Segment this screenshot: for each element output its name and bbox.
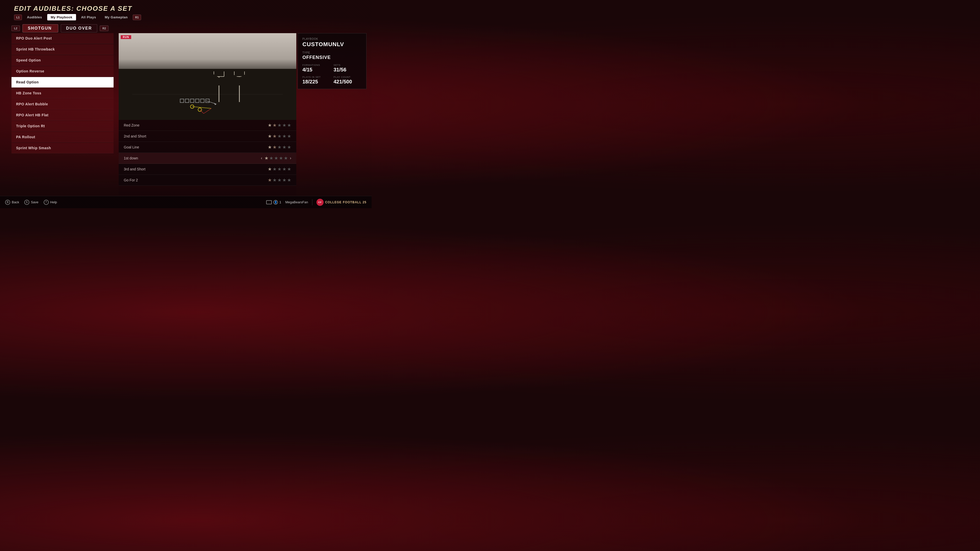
save-icon: S <box>24 200 29 205</box>
bottom-right-info: 👤 1 MegaBearsFan CF COLLEGE FOOTBALL 25 <box>266 199 366 206</box>
rating-row-redzone: Red Zone ★ ★ ★ ★ ★ <box>119 120 296 131</box>
play-item-6[interactable]: RPO Alert Bubble <box>11 99 114 110</box>
rating-row-gofor2: Go For 2 ★ ★ ★ ★ ★ <box>119 175 296 186</box>
ratings-section: Red Zone ★ ★ ★ ★ ★ 2nd and Short ★ ★ ★ ★ <box>119 120 296 186</box>
star-3: ★ <box>277 177 282 183</box>
user-icon: 👤 <box>273 200 278 205</box>
star-4: ★ <box>282 166 286 172</box>
set-name[interactable]: DUO OVER <box>61 24 97 32</box>
arrow-left-icon[interactable]: ‹ <box>261 156 262 160</box>
plays-value: 18/225 <box>302 79 331 85</box>
tab-my-playbook[interactable]: My Playbook <box>47 14 76 21</box>
star-2: ★ <box>272 144 277 150</box>
sets-stat: SETS 31/56 <box>334 64 362 73</box>
tab-trigger-l1: L1 <box>14 14 22 20</box>
screen-icon <box>266 200 272 204</box>
formations-label: FORMATIONS <box>302 64 331 66</box>
help-button[interactable]: ? Help <box>44 200 57 205</box>
play-item-3[interactable]: Option Reverse <box>11 66 114 76</box>
star-1: ★ <box>268 166 272 172</box>
game-logo: CF COLLEGE FOOTBALL 25 <box>317 199 366 206</box>
play-item-5[interactable]: HB Zone Toss <box>11 88 114 98</box>
star-1: ★ <box>268 144 272 150</box>
icon-group: 👤 1 <box>266 200 281 205</box>
rating-label-redzone: Red Zone <box>124 123 139 127</box>
formation-bar: L2 SHOTGUN DUO OVER R2 <box>11 24 108 32</box>
play-item-1[interactable]: Sprint HB Throwback <box>11 44 114 55</box>
rating-label-3rdshort: 3rd and Short <box>124 167 145 171</box>
star-1: ★ <box>268 177 272 183</box>
play-item-10[interactable]: Sprint Whip Smash <box>11 143 114 153</box>
count-value: 421/500 <box>334 79 362 85</box>
bottom-bar: B Back S Save ? Help 👤 1 MegaBearsFan CF… <box>0 196 372 208</box>
star-4: ★ <box>282 177 286 183</box>
help-icon: ? <box>44 200 49 205</box>
divider <box>312 199 312 205</box>
arrow-right-icon[interactable]: › <box>290 156 291 160</box>
formations-stat: FORMATIONS 4/15 <box>302 64 331 73</box>
star-3: ★ <box>277 144 282 150</box>
sets-value: 31/56 <box>334 67 362 73</box>
user-count: 1 <box>280 200 281 204</box>
play-item-9[interactable]: PA Rollout <box>11 132 114 142</box>
stars-1stdown: ‹ ★ ★ ★ ★ ★ › <box>261 156 291 161</box>
star-3: ★ <box>277 122 282 128</box>
play-item-7[interactable]: RPO Alert HB Flat <box>11 110 114 121</box>
info-grid: FORMATIONS 4/15 SETS 31/56 PLAYS IN SET … <box>302 64 362 85</box>
playbook-value: CUSTOMUNLV <box>302 41 362 48</box>
type-value: OFFENSIVE <box>302 55 362 60</box>
help-label: Help <box>50 200 57 204</box>
play-item-8[interactable]: Triple Option Rt <box>11 121 114 131</box>
tab-all-plays[interactable]: All Plays <box>78 14 100 21</box>
star-3: ★ <box>277 166 282 172</box>
plays-label: PLAYS IN SET <box>302 76 331 78</box>
game-title: COLLEGE FOOTBALL 25 <box>325 200 366 204</box>
star-4: ★ <box>282 144 286 150</box>
trigger-l2: L2 <box>11 25 20 31</box>
page-title: EDIT AUDIBLES: CHOOSE A SET <box>14 5 132 13</box>
tab-bar: L1 Audibles My Playbook All Plays My Gam… <box>14 14 141 21</box>
rating-row-3rdshort: 3rd and Short ★ ★ ★ ★ ★ <box>119 164 296 175</box>
save-button[interactable]: S Save <box>24 200 38 205</box>
stars-redzone: ★ ★ ★ ★ ★ <box>268 122 291 128</box>
star-2: ★ <box>269 156 273 161</box>
star-5: ★ <box>287 144 291 150</box>
back-button[interactable]: B Back <box>5 200 19 205</box>
rating-label-1stdown: 1st down <box>124 156 138 160</box>
rating-row-goalline: Goal Line ★ ★ ★ ★ ★ <box>119 142 296 153</box>
star-5: ★ <box>287 122 291 128</box>
count-stat: PLAY COUNT 421/500 <box>334 76 362 85</box>
back-icon: B <box>5 200 10 205</box>
count-label: PLAY COUNT <box>334 76 362 78</box>
sets-label: SETS <box>334 64 362 66</box>
play-item-0[interactable]: RPO Duo Alert Post <box>11 33 114 44</box>
stars-3rdshort: ★ ★ ★ ★ ★ <box>268 166 291 172</box>
star-5: ★ <box>284 156 288 161</box>
tab-audibles[interactable]: Audibles <box>24 14 46 21</box>
main-content: RUN READ OPTION <box>119 33 296 195</box>
stars-display: ★ ★ ★ ★ ★ <box>268 133 291 139</box>
save-label: Save <box>31 200 38 204</box>
play-item-2[interactable]: Speed Option <box>11 55 114 65</box>
type-label: TYPE <box>302 51 362 54</box>
tab-my-gameplan[interactable]: My Gameplan <box>101 14 131 21</box>
stars-display: ★ ★ ★ ★ ★ <box>268 166 291 172</box>
info-panel: PLAYBOOK CUSTOMUNLV TYPE OFFENSIVE FORMA… <box>298 33 366 89</box>
plays-stat: PLAYS IN SET 18/225 <box>302 76 331 85</box>
bottom-left-controls: B Back S Save ? Help <box>5 200 57 205</box>
rating-label-goalline: Goal Line <box>124 145 139 149</box>
stars-display: ★ ★ ★ ★ ★ <box>264 156 288 161</box>
play-list: RPO Duo Alert Post Sprint HB Throwback S… <box>11 33 114 195</box>
star-5: ★ <box>287 166 291 172</box>
rating-row-1stdown: 1st down ‹ ★ ★ ★ ★ ★ › <box>119 153 296 164</box>
formation-name[interactable]: SHOTGUN <box>22 24 58 32</box>
user-info: MegaBearsFan <box>285 200 308 204</box>
stars-display: ★ ★ ★ ★ ★ <box>268 177 291 183</box>
star-2: ★ <box>272 166 277 172</box>
star-2: ★ <box>272 177 277 183</box>
stars-display: ★ ★ ★ ★ ★ <box>268 144 291 150</box>
star-4: ★ <box>279 156 283 161</box>
play-preview: RUN READ OPTION <box>119 33 296 120</box>
play-item-4[interactable]: Read Option <box>11 77 114 87</box>
stars-goalline: ★ ★ ★ ★ ★ <box>268 144 291 150</box>
